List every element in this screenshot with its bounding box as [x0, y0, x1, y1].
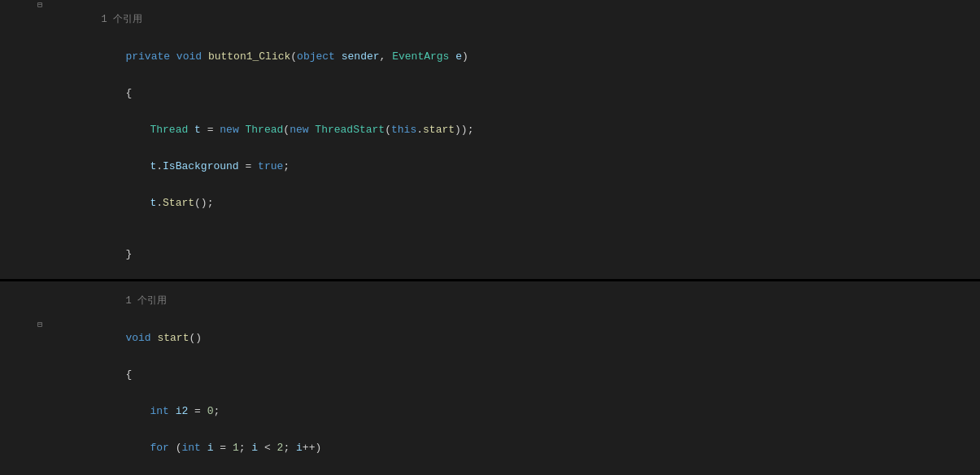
- line-content: t.Start();: [47, 185, 980, 221]
- code-line: ⊟ 1 个引用: [0, 0, 980, 38]
- line-content: for (int i = 1; i < 2; i++): [47, 429, 980, 466]
- line-content: void start(): [47, 320, 980, 356]
- code-line: for (int i = 1; i < 2; i++): [0, 429, 980, 466]
- line-content: {: [47, 466, 980, 475]
- line-content: {: [47, 356, 980, 393]
- line-content: 1 个引用: [47, 0, 980, 38]
- code-editor: ⊟ 1 个引用 private void button1_Click(objec…: [0, 0, 980, 475]
- code-line: {: [0, 466, 980, 475]
- line-content: {: [47, 75, 980, 111]
- code-line: private void button1_Click(object sender…: [0, 38, 980, 75]
- top-code-section: ⊟ 1 个引用 private void button1_Click(objec…: [0, 0, 980, 279]
- code-line: {: [0, 75, 980, 111]
- line-content: 1 个引用: [47, 281, 980, 320]
- code-line: {: [0, 356, 980, 393]
- collapse-btn[interactable]: ⊟: [33, 0, 47, 10]
- collapse-btn-2[interactable]: ⊟: [33, 320, 47, 329]
- ref-count-2: 1 个引用: [125, 295, 166, 307]
- code-line: Thread t = new Thread(new ThreadStart(th…: [0, 111, 980, 148]
- line-content: int i2 = 0;: [47, 393, 980, 429]
- line-content: Thread t = new Thread(new ThreadStart(th…: [47, 111, 980, 148]
- code-line: ⊟ void start(): [0, 320, 980, 356]
- ref-count: 1 个引用: [101, 14, 142, 25]
- code-line: [0, 221, 980, 236]
- code-line: 1 个引用: [0, 281, 980, 320]
- code-line: }: [0, 236, 980, 272]
- code-line: t.Start();: [0, 185, 980, 221]
- line-content: [47, 221, 980, 233]
- code-line: int i2 = 0;: [0, 393, 980, 429]
- line-content: t.IsBackground = true;: [47, 148, 980, 185]
- line-content: }: [47, 236, 980, 272]
- code-line: t.IsBackground = true;: [0, 148, 980, 185]
- bottom-code-section: 1 个引用 ⊟ void start() { int i2 = 0;: [0, 281, 980, 475]
- line-content: private void button1_Click(object sender…: [47, 38, 980, 75]
